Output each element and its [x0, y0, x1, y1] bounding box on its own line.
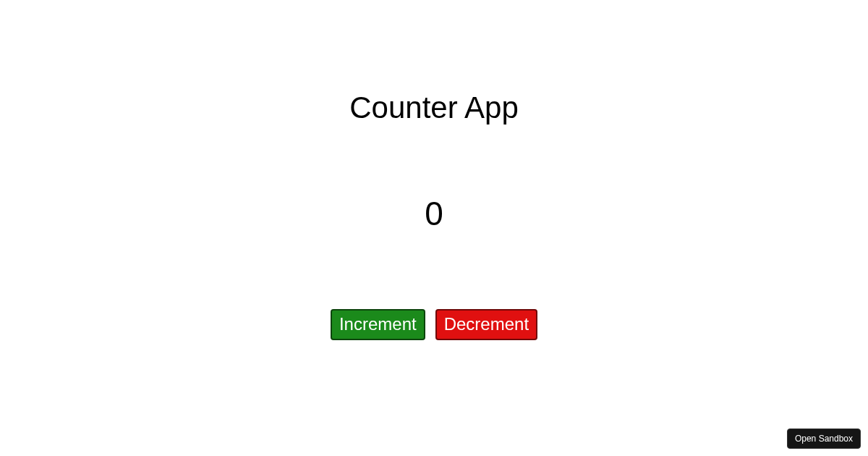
counter-value: 0: [425, 194, 443, 233]
open-sandbox-button[interactable]: Open Sandbox: [787, 428, 861, 449]
increment-button[interactable]: Increment: [331, 309, 425, 340]
page-title: Counter App: [349, 90, 519, 125]
counter-app-container: Counter App 0 Increment Decrement: [0, 0, 868, 340]
button-row: Increment Decrement: [331, 309, 537, 340]
decrement-button[interactable]: Decrement: [435, 309, 537, 340]
